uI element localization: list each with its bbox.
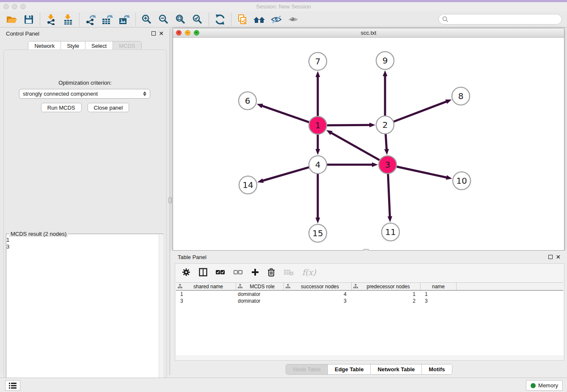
float-panel-icon[interactable] [151,31,156,36]
zoom-out-button[interactable] [155,12,172,27]
close-panel-icon[interactable]: ✕ [159,31,164,36]
tab-select[interactable]: Select [85,41,113,50]
zoom-window-button[interactable] [20,4,26,9]
search-input[interactable] [438,14,562,25]
edge-arrowhead [383,70,388,76]
graph-node-label: 3 [385,160,391,170]
float-table-panel-icon[interactable] [548,255,553,259]
close-table-panel-icon[interactable]: ✕ [556,254,561,259]
tab-network[interactable]: Network [28,41,61,50]
node-table-header: shared name MCDS role successor nodes pr… [176,283,563,291]
export-image-button[interactable] [116,12,133,27]
tab-network-table[interactable]: Network Table [371,364,422,374]
memory-label: Memory [538,382,558,389]
eye-icon [287,14,299,25]
splitter-grip-vertical[interactable] [168,197,172,203]
mcds-result-box [6,234,163,392]
close-window-button[interactable] [3,4,9,9]
column-header-shared-name[interactable]: shared name [176,283,236,290]
select-stepper-icon [143,91,146,96]
save-session-button[interactable] [20,12,37,27]
graph-node-label: 15 [312,228,323,238]
delete-column-button[interactable] [267,266,275,278]
run-mcds-button[interactable]: Run MCDS [41,103,82,112]
tab-style[interactable]: Style [61,41,85,50]
tab-node-table[interactable]: Node Table [286,364,328,374]
optimization-criterion-select[interactable]: strongly connected component [19,89,150,99]
add-column-button[interactable] [251,266,259,278]
optimization-criterion-value: strongly connected component [23,91,98,97]
graph-edge-2-3[interactable] [385,133,387,150]
columns-icon [199,268,207,276]
graph-edge-3-1[interactable] [330,133,381,161]
graph-node-label: 9 [383,55,388,66]
mcds-result-title: MCDS result (2 nodes) [9,231,68,237]
copy-network-icon [237,14,248,25]
show-all-button[interactable] [285,12,302,27]
tab-mcds[interactable]: MCDS [113,41,141,50]
plus-icon [251,268,259,276]
graph-node-label: 6 [245,96,250,106]
import-network-button[interactable] [43,12,60,27]
table-panel-tabs: Node Table Edge Table Network Table Moti… [171,364,567,375]
edge-arrowhead [257,104,263,108]
network-window: ✕ − + scc.txt 7968124314101511 [173,28,564,251]
first-neighbors-button[interactable] [251,12,268,27]
open-file-button[interactable] [3,12,20,27]
toolbar-separator [79,13,80,26]
show-columns-button[interactable] [199,266,207,278]
cell-shared-name: 3 [176,298,236,304]
optimization-criterion-label: Optimization criterion: [4,80,166,86]
zoom-in-button[interactable] [138,12,155,27]
graph-edge-4-14[interactable] [262,167,310,181]
export-network-button[interactable] [82,12,99,27]
edge-arrowhead [446,175,452,180]
hide-selected-button[interactable] [268,12,285,27]
select-all-button[interactable] [216,266,225,278]
table-settings-button[interactable] [182,266,190,278]
node-table-container: f(x) shared name MCDS role successor nod… [175,263,564,361]
column-header-name[interactable]: name [421,283,457,290]
table-row[interactable]: 3 dominator 3 2 3 [176,298,563,304]
graph-edge-1-6[interactable] [261,105,310,123]
minus-glyph: − [185,30,190,36]
column-header-successor-nodes[interactable]: successor nodes [284,283,352,290]
import-table-button[interactable] [60,12,77,27]
mcds-result-list[interactable]: 1 3 [6,237,158,250]
node-table: shared name MCDS role successor nodes pr… [176,282,563,355]
tab-edge-table[interactable]: Edge Table [328,364,371,374]
import-table-icon [63,14,74,25]
network-graph[interactable]: 7968124314101511 [173,38,564,250]
plus-glyph: + [194,30,199,36]
refresh-button[interactable] [212,12,228,27]
export-table-button[interactable] [99,12,116,27]
memory-button[interactable]: Memory [526,380,563,391]
toolbar-separator [231,13,231,26]
task-history-button[interactable] [5,380,20,391]
graph-node-label: 10 [456,176,467,186]
new-network-from-selection-button[interactable] [234,12,251,27]
minimize-window-button[interactable] [12,4,17,9]
cell-name: 1 [421,291,457,297]
graph-edge-2-8[interactable] [393,101,447,122]
search-icon [442,16,449,22]
app-titlebar: Session: New Session [0,2,567,11]
zoom-selected-button[interactable] [189,12,206,27]
graph-edge-1-2[interactable] [326,125,371,125]
graph-edge-3-10[interactable] [396,166,448,178]
tab-motifs[interactable]: Motifs [422,364,451,374]
edge-arrowhead [316,71,320,77]
graph-edge-3-11[interactable] [388,173,390,218]
column-header-predecessor-nodes[interactable]: predecessor nodes [352,283,421,290]
table-row[interactable]: 1 dominator 4 1 1 [176,291,563,298]
column-header-mcds-role[interactable]: MCDS role [236,283,284,290]
result-scrollbar[interactable] [159,235,163,392]
control-panel: Control Panel ✕ Network Style Select MCD… [0,28,170,375]
fx-icon: f(x) [302,268,316,277]
close-panel-button[interactable]: Close panel [88,103,129,112]
deselect-all-button[interactable] [234,266,243,278]
graph-node-label: 8 [458,91,464,101]
table-panel: Table Panel ✕ [171,251,567,375]
zoom-fit-button[interactable] [172,12,189,27]
edge-arrowhead [384,149,389,155]
